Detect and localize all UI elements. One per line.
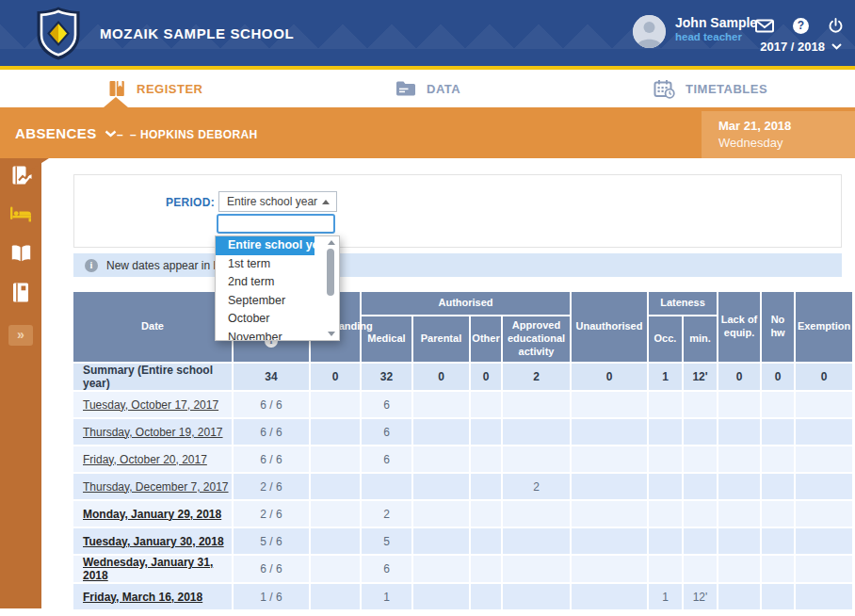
absences-bed-icon[interactable] [0, 206, 41, 226]
col-unauthorised: Unauthorised [572, 292, 647, 362]
period-option[interactable]: November [216, 329, 315, 342]
value-cell: 0 [572, 364, 647, 390]
scroll-up-icon[interactable] [328, 240, 335, 245]
value-cell [503, 501, 570, 527]
absences-menu-label: ABSENCES [15, 125, 97, 141]
value-cell [413, 419, 469, 445]
period-option[interactable]: October [216, 310, 315, 329]
value-cell [503, 419, 570, 445]
date-cell: Thursday, October 19, 2017 [73, 419, 232, 445]
col-parental: Parental [413, 316, 469, 362]
value-cell [311, 474, 360, 499]
tab-timetables[interactable]: TIMETABLES [653, 70, 767, 107]
col-approved: Approved educational activity [503, 316, 570, 362]
value-cell [684, 392, 717, 417]
scroll-down-icon[interactable] [328, 332, 335, 336]
school-name: MOZAIK SAMPLE SCHOOL [100, 25, 294, 41]
current-date-panel[interactable]: Mar 21, 2018 Wednesday [702, 111, 855, 158]
date-link[interactable]: Thursday, December 7, 2017 [83, 480, 229, 494]
value-cell: 6 [362, 556, 411, 582]
period-search-input[interactable] [217, 214, 335, 234]
value-cell [311, 501, 360, 527]
app-header: MOZAIK SAMPLE SCHOOL John Sample head te… [0, 0, 855, 66]
user-block[interactable]: John Sample head teacher [633, 15, 757, 48]
help-icon[interactable]: ? [793, 18, 809, 34]
value-cell [572, 392, 647, 417]
value-cell: 12' [684, 584, 717, 609]
open-book-icon[interactable] [0, 244, 41, 266]
value-cell [471, 419, 501, 445]
value-cell [471, 528, 501, 554]
value-cell [796, 556, 852, 582]
value-cell: 2 [503, 474, 570, 499]
power-icon[interactable] [828, 18, 844, 34]
date-cell: Summary (Entire school year) [73, 364, 232, 390]
value-cell [413, 556, 469, 582]
period-options: Entire school year1st term2nd termSeptem… [215, 235, 340, 341]
value-cell [649, 392, 682, 417]
value-cell [762, 419, 794, 445]
value-cell [649, 528, 682, 554]
value-cell [762, 446, 794, 472]
value-cell [718, 584, 760, 609]
sidebar-expand-button[interactable]: » [8, 325, 33, 346]
period-option[interactable]: September [216, 292, 315, 311]
date-link[interactable]: Tuesday, January 30, 2018 [83, 535, 224, 548]
value-cell [684, 474, 717, 499]
value-cell [718, 474, 760, 499]
date-link[interactable]: Thursday, October 19, 2017 [83, 426, 223, 439]
value-cell [684, 528, 717, 554]
value-cell: 34 [234, 364, 309, 390]
data-folder-icon [395, 80, 416, 97]
school-year-label: 2017 / 2018 [760, 40, 825, 54]
date-link[interactable]: Friday, March 16, 2018 [83, 591, 202, 604]
register-journal-icon[interactable] [0, 165, 41, 191]
value-cell [762, 528, 794, 554]
table-row: Monday, January 29, 20182 / 62 [73, 501, 852, 527]
value-cell [503, 392, 570, 417]
date-link[interactable]: Friday, October 20, 2017 [83, 453, 207, 466]
info-bar: i New dates appear in bold. [73, 253, 842, 277]
value-cell [471, 446, 501, 472]
value-cell [311, 556, 360, 582]
value-cell: 0 [471, 364, 501, 390]
mail-icon[interactable] [755, 18, 774, 34]
value-cell: 2 / 6 [234, 474, 309, 499]
col-lack-of-equip: Lack of equip. [718, 292, 760, 362]
date-cell: Tuesday, January 30, 2018 [73, 528, 232, 554]
date-link[interactable]: Tuesday, October 17, 2017 [83, 398, 218, 412]
period-option[interactable]: 1st term [216, 255, 315, 274]
timetables-calendar-icon [653, 79, 675, 99]
tab-data[interactable]: DATA [395, 70, 460, 107]
current-weekday: Wednesday [718, 136, 782, 150]
value-cell: 0 [311, 364, 360, 390]
value-cell [572, 474, 647, 499]
value-cell: 1 [649, 584, 682, 609]
value-cell [413, 446, 469, 472]
active-tab-pointer [104, 97, 128, 107]
table-row: Wednesday, January 31, 20186 / 66 [73, 556, 852, 582]
period-select-value: Entire school year [227, 195, 317, 208]
dropdown-scrollbar[interactable] [325, 238, 337, 338]
value-cell [471, 584, 501, 609]
value-cell [311, 392, 360, 417]
date-link[interactable]: Wednesday, January 31, 2018 [83, 556, 213, 582]
col-date: Date [73, 292, 232, 362]
period-option[interactable]: Entire school year [216, 236, 315, 255]
table-row: Tuesday, January 30, 20185 / 65 [73, 528, 852, 554]
scrollbar-thumb[interactable] [327, 249, 334, 296]
value-cell [311, 419, 360, 445]
period-option[interactable]: 2nd term [216, 273, 315, 292]
absences-menu[interactable]: ABSENCES [15, 125, 117, 141]
value-cell: 12' [684, 364, 717, 390]
register-book-icon [107, 79, 126, 98]
date-link[interactable]: Monday, January 29, 2018 [83, 508, 221, 521]
value-cell [471, 501, 501, 527]
table-row: Thursday, December 7, 20172 / 62 [73, 474, 852, 499]
period-select[interactable]: Entire school year [218, 191, 337, 212]
notebook-icon[interactable] [0, 282, 41, 307]
school-year-select[interactable]: 2017 / 2018 [760, 40, 842, 54]
value-cell [684, 501, 717, 527]
school-logo [36, 7, 81, 60]
absences-table: Date Absences (per day) i Outstanding Au… [72, 290, 854, 611]
